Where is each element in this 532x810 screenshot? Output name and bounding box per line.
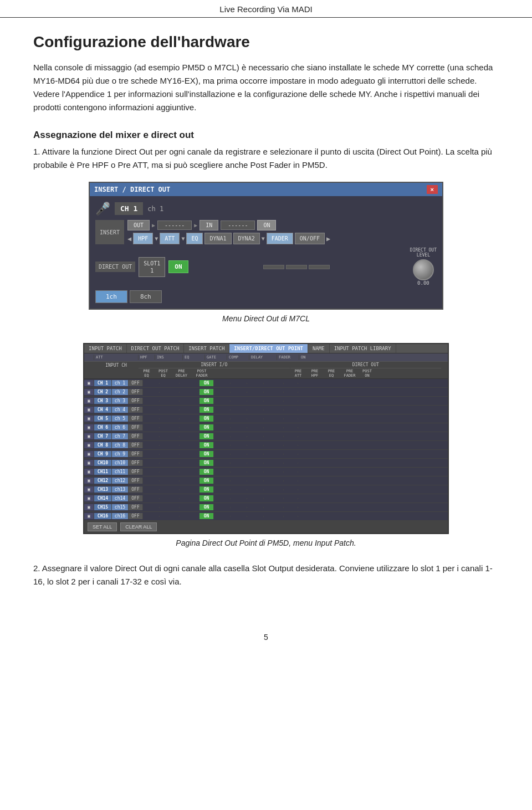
m7cl-close-button[interactable]: ×: [427, 185, 438, 194]
row-on[interactable]: ON: [200, 513, 214, 519]
row-ch: CH 8: [94, 442, 112, 448]
row-on[interactable]: ON: [200, 416, 214, 422]
row-on[interactable]: ON: [200, 504, 214, 510]
tab-insert-direct-out-point[interactable]: INSERT/DIRECT OUT POINT: [229, 344, 308, 353]
pre-att-header: PREATT: [290, 368, 307, 378]
row-on[interactable]: ON: [200, 442, 214, 448]
row-off[interactable]: OFF: [129, 486, 143, 493]
clear-all-button[interactable]: CLEAR ALL: [120, 522, 157, 531]
row-empty2: [160, 516, 180, 517]
row-empty7: [264, 498, 284, 499]
row-ch: CH 4: [94, 407, 112, 413]
row-on[interactable]: ON: [200, 451, 214, 457]
row-off[interactable]: OFF: [129, 442, 143, 448]
input-ch-header: INPUT CH: [94, 362, 139, 378]
row-off[interactable]: OFF: [129, 478, 143, 484]
chain-fader[interactable]: FADER: [267, 233, 293, 244]
row-name: ch 6: [112, 424, 129, 430]
row-off[interactable]: OFF: [129, 513, 143, 519]
row-off[interactable]: OFF: [129, 380, 143, 386]
row-empty7: [264, 409, 284, 411]
table-row: ▣ CH16 ch16 OFF ON: [84, 512, 448, 521]
row-on[interactable]: ON: [200, 407, 214, 413]
row-name: ch 4: [112, 407, 129, 413]
direct-out-on-btn[interactable]: ON: [168, 260, 188, 273]
row-on[interactable]: ON: [200, 486, 214, 493]
row-on[interactable]: ON: [200, 478, 214, 484]
insert-in-btn[interactable]: IN: [200, 220, 218, 230]
tab-insert-patch[interactable]: INSERT PATCH: [184, 344, 229, 353]
row-on[interactable]: ON: [200, 380, 214, 386]
tab-name[interactable]: NAME: [308, 344, 330, 353]
table-row: ▣ CH 4 ch 4 OFF ON: [84, 406, 448, 414]
slot-button[interactable]: SLOT1 1: [139, 257, 165, 277]
set-all-button[interactable]: SET ALL: [88, 522, 117, 531]
figure1-container: INSERT / DIRECT OUT × 🎤 CH 1 ch 1 INSERT…: [33, 182, 499, 333]
row-empty4: [214, 454, 231, 455]
row-empty6: [247, 445, 264, 446]
row-off[interactable]: OFF: [129, 433, 143, 439]
row-off[interactable]: OFF: [129, 398, 143, 404]
row-off[interactable]: OFF: [129, 460, 143, 466]
row-on[interactable]: ON: [200, 424, 214, 430]
row-empty5: [231, 383, 247, 384]
row-empty2: [160, 392, 180, 393]
row-on[interactable]: ON: [200, 433, 214, 439]
chain-hpf[interactable]: HPF: [133, 233, 153, 244]
row-ch: CH 7: [94, 433, 112, 439]
header-title: Live Recording Via MADI: [219, 4, 312, 14]
row-empty2: [160, 436, 180, 437]
tab-1ch[interactable]: 1ch: [95, 290, 127, 303]
chain-att[interactable]: ATT: [160, 233, 180, 244]
row-off[interactable]: OFF: [129, 451, 143, 457]
tab-input-patch[interactable]: INPUT PATCH: [84, 344, 127, 353]
step2-text: 2. Assegnare il valore Direct Out di ogn…: [33, 562, 499, 588]
row-on[interactable]: ON: [200, 398, 214, 404]
row-off[interactable]: OFF: [129, 504, 143, 510]
pm5d-footer: SET ALL CLEAR ALL: [84, 521, 448, 533]
tab-input-patch-library[interactable]: INPUT PATCH LIBRARY: [330, 344, 396, 353]
row-ch: CH14: [94, 495, 112, 501]
arrow-right-2: ▶: [194, 222, 197, 228]
row-on[interactable]: ON: [200, 469, 214, 475]
row-empty7: [264, 463, 284, 464]
insert-on-btn[interactable]: ON: [257, 220, 276, 230]
table-row: ▣ CH12 ch12 OFF ON: [84, 476, 448, 485]
row-off[interactable]: OFF: [129, 407, 143, 413]
row-off[interactable]: OFF: [129, 389, 143, 395]
row-empty7: [264, 436, 284, 437]
row-empty8: [284, 445, 298, 446]
pm5d-chain-header: ATT HPF INS EQ GATE COMP DELAY FADER ON: [84, 353, 448, 362]
row-on[interactable]: ON: [200, 495, 214, 501]
row-empty6: [247, 498, 264, 499]
row-empty8: [284, 383, 298, 384]
chain-arrow-3: ▼: [262, 235, 265, 242]
chain-eq[interactable]: EQ: [186, 233, 203, 244]
tab-direct-out-patch[interactable]: DIRECT OUT PATCH: [127, 344, 185, 353]
chain-onoff[interactable]: ON/OFF: [295, 233, 325, 244]
row-icon: ▣: [84, 486, 94, 493]
row-empty1: [143, 418, 160, 419]
level-knob[interactable]: [413, 259, 434, 280]
row-off[interactable]: OFF: [129, 495, 143, 501]
row-off[interactable]: OFF: [129, 424, 143, 430]
row-on[interactable]: ON: [200, 460, 214, 466]
row-off[interactable]: OFF: [129, 416, 143, 422]
row-on[interactable]: ON: [200, 389, 214, 395]
insert-out-in-row: OUT ▶ ------ ▶ IN ------ ON: [127, 220, 437, 230]
insert-in-value: ------: [221, 221, 255, 230]
row-icon: ▣: [84, 513, 94, 519]
row-name: ch 1: [112, 380, 129, 386]
row-empty2: [160, 401, 180, 402]
tab-8ch[interactable]: 8ch: [130, 290, 162, 303]
fader-header: FADER: [277, 355, 299, 360]
row-empty7: [264, 445, 284, 446]
row-empty7: [264, 471, 284, 473]
row-empty4: [214, 401, 231, 402]
row-off[interactable]: OFF: [129, 469, 143, 475]
insert-out-btn[interactable]: OUT: [127, 220, 150, 230]
chain-dyna1[interactable]: DYNA1: [204, 233, 231, 244]
pm5d-table: INPUT PATCH DIRECT OUT PATCH INSERT PATC…: [83, 343, 449, 534]
chain-dyna2[interactable]: DYNA2: [233, 233, 260, 244]
chain-arrow-right: ▶: [326, 235, 330, 243]
